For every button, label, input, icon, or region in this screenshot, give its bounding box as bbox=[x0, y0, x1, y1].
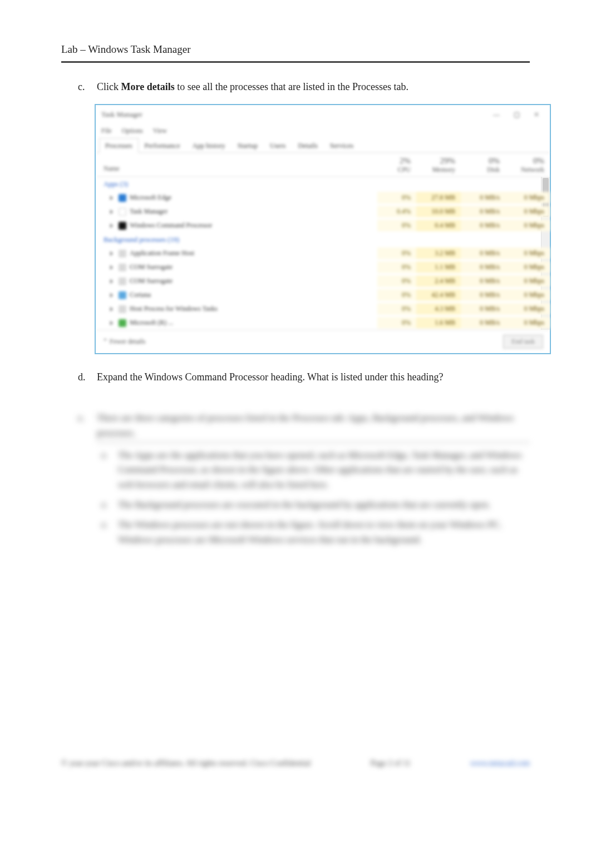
disk-cell: 0 MB/s bbox=[461, 261, 505, 273]
menu-options[interactable]: Options bbox=[122, 127, 143, 135]
tab-services[interactable]: Services bbox=[324, 138, 359, 153]
cpu-cell: 0% bbox=[377, 317, 416, 329]
step-c-bold: More details bbox=[121, 81, 175, 92]
process-name: COM Surrogate bbox=[130, 277, 173, 285]
process-name: Task Manager bbox=[130, 207, 168, 216]
menu-file[interactable]: File bbox=[101, 127, 112, 135]
process-row[interactable]: Application Frame Host0%3.2 MB0 MB/s0 Mb… bbox=[96, 246, 550, 260]
memory-cell: 0.4 MB bbox=[416, 220, 461, 231]
process-name-cell: Microsoft Edge bbox=[96, 192, 377, 204]
col-memory[interactable]: 29% Memory bbox=[416, 153, 461, 176]
document-page: Lab – Windows Task Manager c. Click More… bbox=[0, 0, 591, 868]
tab-performance[interactable]: Performance bbox=[139, 138, 186, 153]
blurred-item-1: The Apps are the applications that you h… bbox=[118, 448, 530, 492]
section-apps: Apps (3) bbox=[96, 177, 550, 191]
process-row[interactable]: Cortana0%42.4 MB0 MB/s0 Mbps bbox=[96, 288, 550, 302]
process-row[interactable]: Task Manager0.4%10.0 MB0 MB/s0 Mbps bbox=[96, 205, 550, 219]
cpu-cell: 0% bbox=[377, 220, 416, 231]
page-footer: © year-year Cisco and/or its affiliates.… bbox=[0, 758, 591, 768]
cpu-cell: 0% bbox=[377, 303, 416, 315]
blurred-item-3: The Windows processes are not shown in t… bbox=[118, 518, 530, 547]
tab-startup[interactable]: Startup bbox=[232, 138, 264, 153]
expand-icon[interactable] bbox=[110, 321, 113, 325]
process-row[interactable]: COM Surrogate0%2.4 MB0 MB/s0 Mbps bbox=[96, 274, 550, 288]
footer-page: Page 2 of 11 bbox=[371, 758, 411, 768]
network-cell: 0 Mbps bbox=[505, 275, 550, 287]
network-cell: 0 Mbps bbox=[505, 192, 550, 204]
expand-icon[interactable] bbox=[110, 224, 113, 228]
network-cell: 0 Mbps bbox=[505, 261, 550, 273]
section-background: Background processes (19) bbox=[96, 232, 550, 246]
process-row[interactable]: Windows Command Processor0%0.4 MB0 MB/s0… bbox=[96, 219, 550, 232]
menu-view[interactable]: View bbox=[153, 127, 167, 135]
process-icon bbox=[119, 250, 126, 257]
disk-cell: 0 MB/s bbox=[461, 275, 505, 287]
step-c-suffix: to see all the processes that are listed… bbox=[175, 81, 408, 92]
titlebar[interactable]: Task Manager — ▢ ✕ bbox=[96, 105, 550, 124]
step-c-letter: c. bbox=[78, 80, 97, 94]
cpu-cell: 0.4% bbox=[377, 206, 416, 217]
step-d-letter: d. bbox=[78, 370, 97, 384]
process-row[interactable]: Microsoft Edge0%27.8 MB0 MB/s0 Mbps bbox=[96, 191, 550, 205]
fewer-details-label: Fewer details bbox=[110, 338, 145, 345]
col-disk-pct: 0% bbox=[489, 156, 500, 165]
tm-footer: ⌃ Fewer details End task bbox=[96, 330, 550, 353]
figure-wrap: Task Manager — ▢ ✕ File Options View Pro… bbox=[0, 104, 591, 354]
process-icon bbox=[119, 194, 126, 202]
maximize-button[interactable]: ▢ bbox=[506, 108, 526, 121]
process-row[interactable]: COM Surrogate0%1.1 MB0 MB/s0 Mbps bbox=[96, 260, 550, 274]
expand-icon[interactable] bbox=[110, 265, 113, 270]
process-icon bbox=[119, 305, 126, 313]
col-network[interactable]: 0% Network bbox=[505, 153, 550, 176]
memory-cell: 27.8 MB bbox=[416, 192, 461, 204]
memory-cell: 3.2 MB bbox=[416, 247, 461, 259]
process-list: Apps (3) Microsoft Edge0%27.8 MB0 MB/s0 … bbox=[96, 177, 550, 330]
memory-cell: 2.4 MB bbox=[416, 275, 461, 287]
process-name-cell: COM Surrogate bbox=[96, 275, 377, 287]
col-cpu[interactable]: 2% CPU bbox=[377, 153, 416, 176]
process-row[interactable]: Host Process for Windows Tasks0%4.3 MB0 … bbox=[96, 302, 550, 316]
expand-icon[interactable] bbox=[110, 307, 113, 311]
process-name: Microsoft (R) ... bbox=[130, 319, 173, 327]
tab-processes[interactable]: Processes bbox=[99, 138, 139, 153]
disk-cell: 0 MB/s bbox=[461, 206, 505, 217]
process-name: Cortana bbox=[130, 291, 151, 299]
tab-users[interactable]: Users bbox=[264, 138, 292, 153]
tab-details[interactable]: Details bbox=[292, 138, 323, 153]
chevron-up-icon: ⌃ bbox=[102, 338, 110, 345]
end-task-button[interactable]: End task bbox=[503, 335, 543, 349]
minimize-button[interactable]: — bbox=[486, 108, 506, 121]
col-disk[interactable]: 0% Disk bbox=[461, 153, 505, 176]
col-mem-pct: 29% bbox=[440, 156, 456, 165]
expand-icon[interactable] bbox=[110, 251, 113, 256]
disk-cell: 0 MB/s bbox=[461, 220, 505, 231]
expand-icon[interactable] bbox=[110, 210, 113, 214]
process-name-cell: Windows Command Processor bbox=[96, 220, 377, 231]
network-cell: 0 Mbps bbox=[505, 317, 550, 329]
column-headers: Name 2% CPU 29% Memory 0% Disk 0% Networ… bbox=[96, 153, 550, 177]
process-name: Microsoft Edge bbox=[130, 194, 171, 202]
expand-icon[interactable] bbox=[110, 196, 113, 200]
expand-icon[interactable] bbox=[110, 293, 113, 297]
network-cell: 0 Mbps bbox=[505, 289, 550, 301]
process-name: Windows Command Processor bbox=[130, 221, 212, 230]
tab-apphistory[interactable]: App history bbox=[186, 138, 231, 153]
col-name[interactable]: Name bbox=[96, 153, 377, 176]
step-c-prefix: Click bbox=[97, 81, 121, 92]
blurred-bullets: The Apps are the applications that you h… bbox=[97, 448, 530, 547]
network-cell: 0 Mbps bbox=[505, 247, 550, 259]
disk-cell: 0 MB/s bbox=[461, 289, 505, 301]
footer-link[interactable]: www.netacad.com bbox=[470, 758, 530, 768]
col-cpu-label: CPU bbox=[398, 166, 411, 173]
fewer-details-link[interactable]: ⌃ Fewer details bbox=[102, 338, 145, 346]
disk-cell: 0 MB/s bbox=[461, 303, 505, 315]
window-title: Task Manager bbox=[101, 110, 486, 119]
step-e-text: There are three categories of processes … bbox=[97, 411, 530, 443]
memory-cell: 4.3 MB bbox=[416, 303, 461, 315]
step-d-text: Expand the Windows Command Processor hea… bbox=[97, 370, 530, 384]
blurred-answer-block: e. There are three categories of process… bbox=[78, 411, 530, 553]
process-row[interactable]: Microsoft (R) ...0%1.6 MB0 MB/s0 Mbps bbox=[96, 316, 550, 330]
process-name-cell: COM Surrogate bbox=[96, 261, 377, 273]
close-button[interactable]: ✕ bbox=[526, 108, 546, 121]
expand-icon[interactable] bbox=[110, 279, 113, 284]
